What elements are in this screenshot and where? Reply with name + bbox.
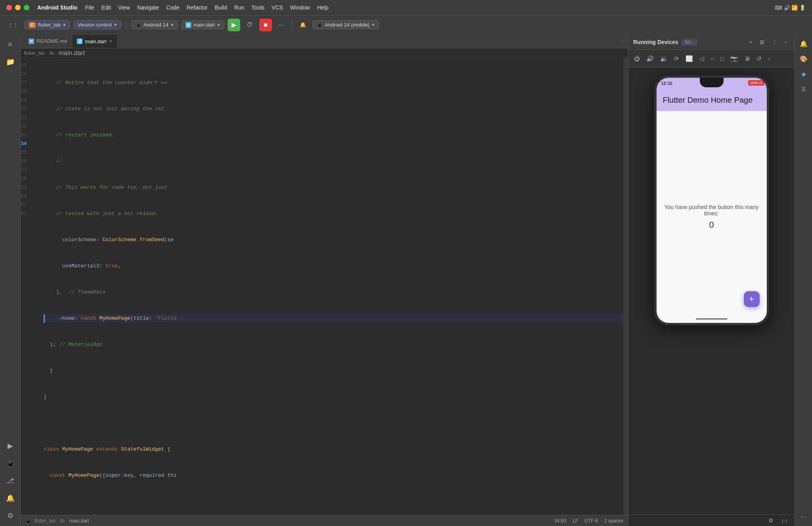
sidebar-icon-device[interactable]: 📱 bbox=[3, 456, 17, 470]
editor-scrollbar[interactable] bbox=[623, 58, 628, 515]
code-line-35: ); // MaterialApp bbox=[44, 340, 623, 349]
stop-button[interactable]: ■ bbox=[259, 19, 272, 31]
target-config-selector[interactable]: 📱 Android 14 ▾ bbox=[131, 20, 178, 29]
code-line-28: // bbox=[44, 157, 623, 166]
tab-readme-label: README.md bbox=[36, 38, 67, 44]
project-selector[interactable]: F flutter_lab ▾ bbox=[25, 20, 70, 29]
menu-code[interactable]: Code bbox=[166, 4, 179, 11]
tab-main-dart[interactable]: d main.dart ✕ bbox=[72, 34, 117, 48]
menu-help[interactable]: Help bbox=[317, 4, 329, 11]
panel-tab-android[interactable]: An... bbox=[682, 38, 698, 46]
version-control-label: Version control bbox=[78, 22, 112, 28]
sidebar-icon-project[interactable]: 📁 bbox=[3, 55, 17, 69]
device-toolbar: ⏻ 🔊 🔉 ⟳ ⬜ ◁ ○ □ 📷 🖥 ↺ › bbox=[628, 50, 795, 67]
dev-volume-up-button[interactable]: 🔊 bbox=[644, 54, 656, 64]
code-editor[interactable]: 25 26 27 28 29 30 31 32 33 34 35 36 37 3… bbox=[21, 58, 628, 515]
tab-bar: M README.md d main.dart ✕ ⋯ bbox=[21, 34, 628, 48]
run-file-selector[interactable]: d main.dart ▾ bbox=[181, 20, 224, 29]
menu-refactor[interactable]: Refactor bbox=[187, 4, 208, 11]
tab-readme[interactable]: M README.md bbox=[24, 34, 72, 48]
sidebar-icon-run[interactable]: ▶ bbox=[3, 439, 17, 453]
panel-title: Running Devices bbox=[633, 39, 678, 45]
run-button[interactable]: ▶ bbox=[228, 19, 240, 31]
dev-screenshot-button[interactable]: 🖥 bbox=[742, 54, 753, 63]
sync-button[interactable]: 🔔 bbox=[297, 20, 309, 29]
phone-notch bbox=[700, 78, 724, 87]
dart-tab-icon: d bbox=[77, 38, 82, 44]
menu-view[interactable]: View bbox=[118, 4, 130, 11]
code-line-29: // This works for code too, not just bbox=[44, 183, 623, 192]
menu-file[interactable]: File bbox=[85, 4, 94, 11]
code-line-33: ), // ThemeData bbox=[44, 288, 623, 297]
dev-volume-down-button[interactable]: 🔉 bbox=[658, 54, 670, 64]
code-line-27: // restart instead. bbox=[44, 131, 623, 140]
phone-frame[interactable]: 12:15 📶 🔋 Flutter Demo Home Page You hav… bbox=[654, 75, 769, 325]
menu-vcs[interactable]: VCS bbox=[272, 4, 283, 11]
panel-minimize-button[interactable]: − bbox=[782, 38, 790, 46]
code-line-38 bbox=[44, 419, 623, 428]
menu-navigate[interactable]: Navigate bbox=[137, 4, 159, 11]
maximize-button[interactable] bbox=[24, 5, 29, 10]
dev-back-button[interactable]: ◁ bbox=[697, 54, 707, 64]
rs-icon-plugin1[interactable]: ⧖ bbox=[797, 83, 810, 95]
panel-bottom-icons: ⚙ 1:1 bbox=[628, 514, 795, 526]
more-actions-button[interactable]: ⋯ bbox=[275, 20, 287, 29]
status-left: 📱 flutter_lab › lib › main.dart bbox=[25, 518, 89, 524]
as-toolbar: ⋮⋮ F flutter_lab ▾ Version control ▾ 📱 A… bbox=[0, 15, 812, 34]
dev-camera-button[interactable]: 📷 bbox=[728, 54, 740, 64]
phone-time: 12:15 bbox=[661, 81, 672, 86]
sidebar-toggle-button[interactable]: ⋮⋮ bbox=[5, 20, 21, 29]
breadcrumb-project: flutter_lab bbox=[24, 50, 45, 56]
rs-icon-more[interactable]: ⋯ bbox=[797, 510, 810, 523]
close-button[interactable] bbox=[6, 5, 12, 10]
phone-fab-button[interactable]: + bbox=[744, 291, 760, 307]
panel-ratio-button[interactable]: 1:1 bbox=[778, 516, 791, 524]
menu-window[interactable]: Window bbox=[290, 4, 310, 11]
menu-tools[interactable]: Tools bbox=[251, 4, 264, 11]
status-breadcrumb: flutter_lab › lib › main.dart bbox=[34, 518, 89, 524]
device-selector[interactable]: 📱 Android 14 (mobile) ▾ bbox=[312, 20, 379, 29]
profile-button[interactable]: ⏱ bbox=[243, 20, 256, 30]
line-ending[interactable]: LF bbox=[573, 518, 578, 524]
sidebar-icon-git[interactable]: ⎇ bbox=[3, 474, 17, 488]
dev-home-button[interactable]: ○ bbox=[708, 54, 716, 63]
rs-icon-palette[interactable]: 🎨 bbox=[797, 52, 810, 65]
panel-more-button[interactable]: ⋮ bbox=[769, 38, 779, 46]
encoding[interactable]: UTF-8 bbox=[584, 518, 598, 524]
phone-home-indicator bbox=[696, 318, 728, 320]
panel-bottom-settings-button[interactable]: ⚙ bbox=[766, 516, 776, 524]
tab-more-button[interactable]: ⋯ bbox=[619, 37, 625, 45]
dev-orientation-button[interactable]: ⬜ bbox=[683, 54, 695, 64]
minimize-button[interactable] bbox=[15, 5, 21, 10]
code-line-30: // tested with just a hot reload. bbox=[44, 209, 623, 218]
dev-rotate-button[interactable]: ⟳ bbox=[672, 54, 682, 64]
rs-icon-structure[interactable]: ◈ bbox=[797, 67, 810, 80]
sidebar-icon-notifications[interactable]: 🔔 bbox=[3, 491, 17, 505]
dev-recents-button[interactable]: □ bbox=[718, 54, 726, 63]
panel-layout-button[interactable]: ⊞ bbox=[757, 38, 767, 46]
rs-icon-notifications[interactable]: 🔔 bbox=[797, 37, 810, 50]
status-bc-project: flutter_lab bbox=[34, 518, 56, 524]
dev-power-button[interactable]: ⏻ bbox=[632, 54, 642, 63]
panel-add-button[interactable]: + bbox=[747, 38, 755, 46]
mac-menubar: Android Studio File Edit View Navigate C… bbox=[0, 0, 812, 15]
code-content[interactable]: // Notice that the counter didn't c✓ // … bbox=[40, 58, 623, 515]
dev-more-button[interactable]: › bbox=[766, 54, 772, 63]
left-sidebar: ≡ 📁 ▶ 📱 ⎇ 🔔 ⚙ bbox=[0, 34, 21, 526]
right-panel: Running Devices An... + ⊞ ⋮ − ⏻ 🔊 🔉 ⟳ ⬜ … bbox=[628, 34, 795, 526]
indent-type[interactable]: 2 spaces bbox=[604, 518, 623, 524]
ratio-label: 1:1 bbox=[780, 518, 789, 524]
menu-build[interactable]: Build bbox=[215, 4, 227, 11]
dev-undo-button[interactable]: ↺ bbox=[754, 54, 764, 64]
sidebar-icon-menu[interactable]: ≡ bbox=[3, 37, 17, 52]
target-config-label: Android 14 bbox=[144, 22, 169, 28]
tab-close-button[interactable]: ✕ bbox=[109, 39, 113, 44]
menu-run[interactable]: Run bbox=[234, 4, 245, 11]
version-control-selector[interactable]: Version control ▾ bbox=[73, 20, 121, 29]
tab-main-dart-label: main.dart bbox=[85, 38, 106, 44]
sidebar-icon-settings[interactable]: ⚙ bbox=[3, 509, 17, 523]
project-label: flutter_lab bbox=[38, 22, 61, 28]
phone-counter-value: 0 bbox=[709, 220, 714, 230]
menu-edit[interactable]: Edit bbox=[102, 4, 111, 11]
editor-section: M README.md d main.dart ✕ ⋯ flutter_lab … bbox=[21, 34, 628, 526]
